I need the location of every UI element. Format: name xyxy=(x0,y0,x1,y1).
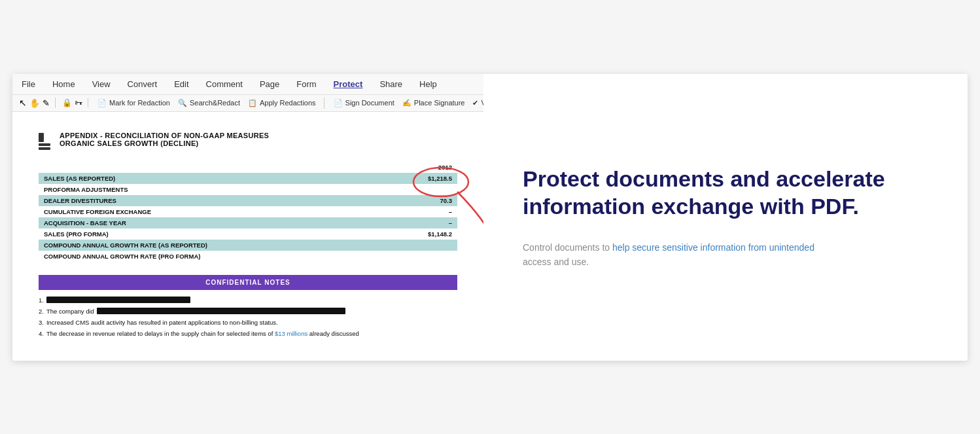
redact-icon: 📄 xyxy=(97,99,107,107)
confidential-section: CONFIDENTIAL NOTES 1. 2. The company did… xyxy=(39,275,457,348)
menu-file[interactable]: File xyxy=(19,78,38,90)
mark-redaction-button[interactable]: 📄 Mark for Redaction xyxy=(95,98,173,109)
doc-header: APPENDIX - RECONCILIATION OF NON-GAAP ME… xyxy=(39,132,457,150)
basic-tools-group: ↖ ✋ ✎ xyxy=(19,98,56,108)
doc-title-line2: ORGANIC SALES GROWTH (DECLINE) xyxy=(60,139,269,147)
menu-page[interactable]: Page xyxy=(257,78,282,90)
table-row: COMPOUND ANNUAL GROWTH RATE (PRO FORMA) xyxy=(39,251,457,262)
place-sig-icon: ✍ xyxy=(402,99,411,107)
table-row: PROFORMA ADJUSTMENTS xyxy=(39,184,457,195)
menu-comment[interactable]: Comment xyxy=(203,78,245,90)
pdf-panel: File Home View Convert Edit Comment Page… xyxy=(12,74,483,361)
redact-tools-group: 📄 Mark for Redaction 🔍 Search&Redact 📋 A… xyxy=(95,98,324,109)
table-row: ACQUISITION - BASE YEAR– xyxy=(39,217,457,228)
apply-redact-icon: 📋 xyxy=(248,99,257,107)
edit-tool-icon[interactable]: ✎ xyxy=(43,98,50,108)
menu-protect[interactable]: Protect xyxy=(331,78,366,90)
note-item: 4. The decrease in revenue related to de… xyxy=(39,330,457,337)
notes-section: 1. 2. The company did 3. Increased CMS a… xyxy=(39,290,457,348)
doc-title: APPENDIX - RECONCILIATION OF NON-GAAP ME… xyxy=(60,132,269,147)
sign-document-button[interactable]: 📄 Sign Document xyxy=(331,98,397,109)
menu-bar: File Home View Convert Edit Comment Page… xyxy=(12,74,483,95)
table-row: CUMULATIVE FOREIGN EXCHANGE– xyxy=(39,206,457,217)
right-panel: Protect documents and accelerate informa… xyxy=(483,74,968,361)
menu-edit[interactable]: Edit xyxy=(171,78,191,90)
main-heading: Protect documents and accelerate informa… xyxy=(523,165,928,221)
apply-redactions-button[interactable]: 📋 Apply Redactions xyxy=(245,98,319,109)
toolbar: File Home View Convert Edit Comment Page… xyxy=(12,74,483,112)
menu-convert[interactable]: Convert xyxy=(125,78,160,90)
table-row: SALES (AS REPORTED)$1,218.5 xyxy=(39,173,457,184)
subtext-blue: help secure sensitive information from u… xyxy=(612,242,814,253)
doc-title-line1: APPENDIX - RECONCILIATION OF NON-GAAP ME… xyxy=(60,132,269,139)
subtext-plain1: Control documents to xyxy=(523,242,612,253)
sub-text: Control documents to help secure sensiti… xyxy=(523,240,837,270)
table-header-year: 2012 xyxy=(388,162,457,173)
pdf-content: APPENDIX - RECONCILIATION OF NON-GAAP ME… xyxy=(12,112,483,361)
menu-help[interactable]: Help xyxy=(417,78,440,90)
note-item: 1. xyxy=(39,297,457,304)
note-item: 3. Increased CMS audit activity has resu… xyxy=(39,319,457,326)
menu-share[interactable]: Share xyxy=(377,78,405,90)
menu-view[interactable]: View xyxy=(90,78,113,90)
table-row: DEALER DIVESTITURES70.3 xyxy=(39,195,457,206)
select-tool-icon[interactable]: ↖ xyxy=(19,98,27,108)
lock-icon[interactable]: 🔒 xyxy=(62,98,72,107)
lock-tools-group: 🔒 🗝 xyxy=(62,98,88,107)
tool-bar: ↖ ✋ ✎ 🔒 🗝 📄 Mark for Redaction 🔍 xyxy=(12,95,483,111)
validate-sig-icon: ✔ xyxy=(472,99,478,107)
place-signature-button[interactable]: ✍ Place Signature xyxy=(400,98,468,109)
menu-home[interactable]: Home xyxy=(50,78,78,90)
sign-icon: 📄 xyxy=(334,99,343,107)
confidential-header: CONFIDENTIAL NOTES xyxy=(39,275,457,290)
note-item: 2. The company did xyxy=(39,308,457,315)
table-row: SALES (PRO FORMA)$1,148.2 xyxy=(39,228,457,240)
search-redact-button[interactable]: 🔍 Search&Redact xyxy=(175,98,243,109)
key-icon[interactable]: 🗝 xyxy=(75,98,82,107)
hand-tool-icon[interactable]: ✋ xyxy=(29,98,40,108)
search-redact-icon: 🔍 xyxy=(178,99,187,107)
table-row: COMPOUND ANNUAL GROWTH RATE (AS REPORTED… xyxy=(39,240,457,251)
subtext-plain2: access and use. xyxy=(523,257,589,267)
menu-form[interactable]: Form xyxy=(294,78,319,90)
data-table: 2012 SALES (AS REPORTED)$1,218.5PROFORMA… xyxy=(39,162,457,262)
